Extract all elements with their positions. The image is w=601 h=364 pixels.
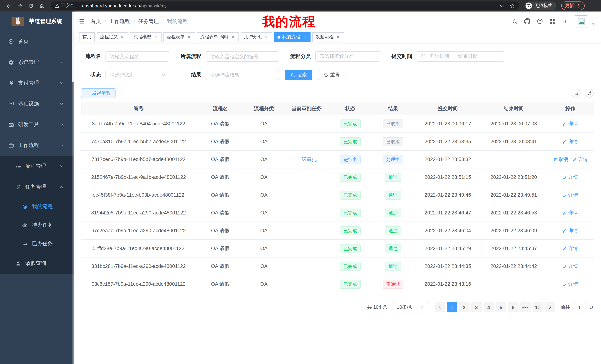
result-badge: 处理中 <box>383 155 403 164</box>
page-button-6[interactable]: 6 <box>508 302 518 312</box>
table-body: 3ad174fb-7b9d-11ec-8404-acde48001122OA 请… <box>81 115 594 293</box>
show-search-button[interactable] <box>572 89 581 98</box>
more-pages-button[interactable]: ••• <box>520 302 531 312</box>
action-label: 详情 <box>568 227 578 234</box>
tab-用户分组[interactable]: 用户分组× <box>241 32 272 42</box>
sidebar-collapse-icon[interactable] <box>79 18 85 25</box>
category-label: 流程分类 <box>285 53 315 60</box>
fullscreen-icon[interactable] <box>549 18 555 24</box>
sidebar-scrollbar[interactable] <box>72 11 74 364</box>
detail-link[interactable]: 详情 <box>563 120 578 127</box>
close-icon[interactable]: × <box>120 34 125 39</box>
close-icon[interactable]: × <box>264 34 269 39</box>
table-row: 331bc281-7b9a-11ec-a290-acde48001122OA 请… <box>81 258 594 275</box>
sidebar-item-已办任务[interactable]: 已办任务 <box>0 234 74 253</box>
back-button[interactable] <box>4 1 13 10</box>
page-size-select[interactable]: 10条/页 <box>393 302 428 312</box>
cell-submit-time: 2022-01-22 23:46:47 <box>415 210 480 216</box>
sidebar-item-研发工具[interactable]: 研发工具 <box>0 114 74 135</box>
submit-time-range-picker[interactable]: 开始日期 - 结束日期 <box>417 51 504 62</box>
current-task-link[interactable]: 一级审批 <box>297 156 317 162</box>
close-icon[interactable]: × <box>153 34 158 39</box>
cell-status: 已完成 <box>330 280 371 288</box>
key-icon[interactable] <box>500 3 504 8</box>
status-select[interactable]: 请选择状态 <box>105 70 169 80</box>
forward-button[interactable] <box>15 1 25 10</box>
detail-link[interactable]: 详情 <box>563 245 578 252</box>
detail-link[interactable]: 详情 <box>563 138 578 145</box>
breadcrumb-item[interactable]: 任务管理 <box>138 18 159 25</box>
tab-发起流程[interactable]: 发起流程× <box>312 32 344 42</box>
help-icon[interactable] <box>537 18 543 25</box>
sidebar-item-任务管理[interactable]: 任务管理 <box>0 177 74 197</box>
category-select[interactable]: 请选择流程分类 <box>315 51 380 62</box>
avatar[interactable] <box>575 15 587 28</box>
next-page-button[interactable] <box>545 302 555 312</box>
page-button-11[interactable]: 11 <box>532 302 543 312</box>
result-badge: 通过 <box>385 226 401 235</box>
sidebar-item-支付管理[interactable]: ¥支付管理 <box>0 73 74 94</box>
home-button[interactable] <box>37 1 47 10</box>
detail-link[interactable]: 详情 <box>563 227 578 234</box>
bookmark-star-icon[interactable] <box>510 3 515 8</box>
prev-page-button[interactable] <box>434 302 445 312</box>
breadcrumb-item[interactable]: 首页 <box>91 18 101 25</box>
tab-我的流程[interactable]: 我的流程× <box>274 32 311 42</box>
sidebar-item-系统管理[interactable]: 系统管理 <box>0 52 74 73</box>
detail-link[interactable]: 详情 <box>563 192 578 198</box>
font-size-icon[interactable]: TT <box>562 18 569 25</box>
close-icon[interactable]: × <box>335 34 341 39</box>
close-icon[interactable]: × <box>186 34 192 39</box>
sidebar-item-基础设施[interactable]: 基础设施 <box>0 94 74 114</box>
result-badge: 已取消 <box>383 119 403 128</box>
page-button-1[interactable]: 1 <box>447 302 457 312</box>
tab-流程模型[interactable]: 流程模型× <box>130 32 161 42</box>
create-process-button[interactable]: 发起流程 <box>81 88 116 98</box>
detail-link[interactable]: 详情 <box>563 210 578 216</box>
detail-link[interactable]: 详情 <box>563 281 578 287</box>
sidebar-item-工作流程[interactable]: 工作流程 <box>0 135 74 156</box>
result-select[interactable]: 请选择流结果 <box>206 70 279 80</box>
sidebar-item-请假查询[interactable]: 请假查询 <box>0 253 74 274</box>
sidebar-item-我的流程[interactable]: 我的流程 <box>0 197 74 216</box>
sidebar-item-首页[interactable]: 首页 <box>0 31 74 52</box>
breadcrumb-item[interactable]: 工作流程 <box>109 18 130 25</box>
tab-首页[interactable]: 首页 <box>79 32 95 42</box>
page-button-4[interactable]: 4 <box>483 302 494 312</box>
svg-text:T: T <box>564 19 567 24</box>
url-bar[interactable]: 不安全 dashboard.yudao.iocoder.cn/bpm/task/… <box>50 1 519 10</box>
detail-link[interactable]: 详情 <box>573 156 588 163</box>
sidebar-item-流程管理[interactable]: 流程管理 <box>0 156 74 177</box>
reload-button[interactable] <box>26 1 36 10</box>
table-row: 819442e8-7b9a-11ec-a290-acde48001122OA 请… <box>81 204 594 222</box>
refresh-table-button[interactable] <box>585 89 594 98</box>
page-button-3[interactable]: 3 <box>471 302 481 312</box>
filter-row-2: 状态 请选择状态 结果 请选择流结果 <box>81 70 594 80</box>
jump-page-input[interactable] <box>573 302 586 312</box>
process-name-label: 流程名 <box>81 53 105 60</box>
avatar-caret-icon[interactable] <box>591 22 595 26</box>
cancel-link[interactable]: 取消 <box>553 156 568 163</box>
incognito-label: 无痕模式 <box>534 3 552 9</box>
sidebar-logo-row[interactable]: 芋道管理系统 <box>0 11 74 31</box>
github-icon[interactable] <box>524 18 531 25</box>
page-button-2[interactable]: 2 <box>459 302 469 312</box>
close-icon[interactable]: × <box>230 34 235 39</box>
sidebar-item-待办任务[interactable]: 待办任务 <box>0 216 74 234</box>
detail-link[interactable]: 详情 <box>563 174 578 181</box>
detail-link[interactable]: 详情 <box>563 263 578 269</box>
tab-流程表单-编辑[interactable]: 流程表单-编辑× <box>197 32 239 42</box>
process-name-input[interactable] <box>105 51 169 62</box>
tab-流程表单[interactable]: 流程表单× <box>163 32 195 42</box>
status-badge: 已完成 <box>340 244 361 253</box>
page-button-5[interactable]: 5 <box>496 302 506 312</box>
browser-menu-icon[interactable] <box>576 3 581 8</box>
search-icon[interactable] <box>512 18 518 24</box>
owner-process-input[interactable] <box>206 51 279 62</box>
reset-button[interactable]: 重置 <box>318 70 345 80</box>
close-icon[interactable]: × <box>302 34 307 39</box>
tab-流程定义[interactable]: 流程定义× <box>97 32 128 42</box>
browser-update-button[interactable]: 更新 <box>561 1 585 10</box>
tab-label: 流程模型 <box>133 34 151 40</box>
search-button[interactable]: 搜索 <box>285 70 312 80</box>
